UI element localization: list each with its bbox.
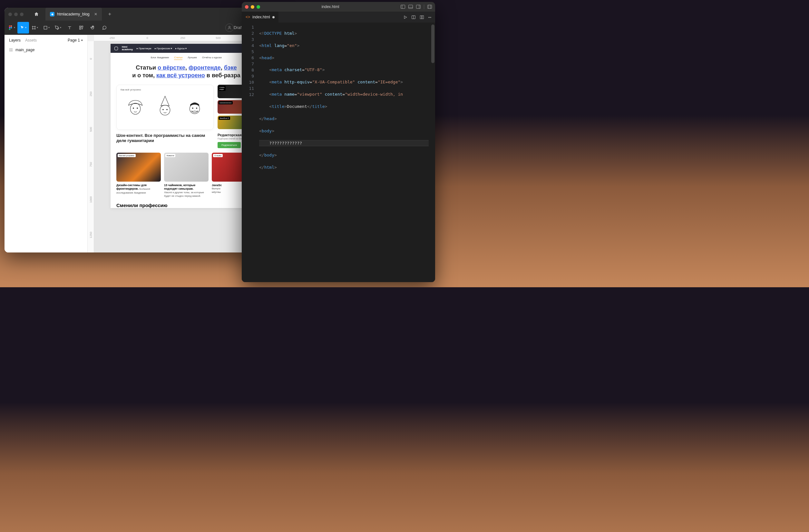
svg-marker-28 [404,16,407,19]
code-line: <body> [259,128,435,134]
left-panel-tabs: Layers Assets Page 1 ▾ [4,35,87,46]
vscode-titlebar: index.html [242,2,435,12]
traffic-close-icon[interactable] [8,13,12,16]
code-line: </html> [259,164,435,171]
svg-rect-25 [428,5,432,9]
move-tool[interactable]: ▾ [17,22,29,34]
svg-point-9 [229,26,230,28]
svg-rect-6 [80,26,81,27]
frame-tool[interactable]: ▾ [29,22,40,34]
card-chip: Новости [165,154,175,157]
ruler-tick: 0 [130,35,165,41]
rectangle-icon [43,25,48,30]
frame-icon [32,25,36,30]
article-card: Новости 13 чайников, которые подходят си… [164,153,208,198]
figma-titlebar: ◆ htmlacademy_blog ✕ + [4,8,278,21]
chevron-down-icon: ▾ [60,26,61,29]
design-frame[interactable]: html academy ▸ Практикум ▸ Профессии ▾ ▸… [110,44,262,208]
main-menu-button[interactable]: ▾ [6,22,17,34]
svg-point-11 [133,108,134,108]
comment-tool[interactable] [99,22,110,34]
traffic-close-icon[interactable] [245,5,248,9]
pen-tool[interactable]: ▾ [52,22,64,34]
more-icon[interactable]: ⋯ [428,14,431,20]
subnav-item: Лучшее [188,56,197,60]
panel-left-icon[interactable] [401,5,405,9]
traffic-min-icon[interactable] [251,5,254,9]
tab-assets[interactable]: Assets [25,38,37,42]
svg-point-3 [11,27,12,28]
chevron-down-icon: ▾ [37,26,38,29]
split-preview-icon[interactable] [411,15,416,19]
nav-item: ▸ Профессии ▾ [155,47,172,50]
layer-item[interactable]: main_page [4,46,87,54]
big-title: Шок-контент. Все программисты на самом д… [116,133,214,148]
article-card: Как всё устроено Дизайн-системы для фрон… [116,153,161,198]
ruler-tick: 500 [201,35,236,41]
traffic-max-icon[interactable] [20,13,23,16]
text-tool[interactable] [64,22,75,34]
file-tab[interactable]: ◆ htmlacademy_blog ✕ [46,8,102,21]
page-selector-label: Page 1 [68,38,80,42]
svg-rect-5 [44,26,47,29]
pen-icon [55,25,59,30]
card-chip: Отзывы [213,154,223,157]
shape-tool[interactable]: ▾ [40,22,52,34]
traffic-max-icon[interactable] [257,5,260,9]
window-title: index.html [260,4,401,9]
panel-bottom-icon[interactable] [408,5,413,9]
window-traffic-lights[interactable] [8,13,23,16]
editor-tab[interactable]: <> index.html [242,12,279,22]
svg-point-4 [9,28,11,30]
code-editor[interactable]: 1 2 3 4 5 6 7 8 9 10 11 12 <!DOCTYPE htm… [242,22,435,282]
cards-row: Как всё устроено Дизайн-системы для фрон… [110,150,262,200]
scrollbar-thumb[interactable] [431,24,434,63]
design-topnav: ▸ Практикум ▸ Профессии ▾ ▸ Курсы ▾ [137,47,187,50]
svg-point-0 [9,25,11,27]
panel-right-icon[interactable] [416,5,420,9]
feature-card: Как всё устроено [116,85,214,130]
svg-point-18 [196,108,197,108]
line-number: 3 [242,37,254,43]
svg-rect-32 [422,16,424,19]
card-thumb: Новости [164,153,208,182]
svg-rect-23 [416,5,420,9]
page-selector[interactable]: Page 1 ▾ [68,38,83,42]
subnav-item-active: Статьи [174,56,183,60]
svg-point-2 [9,27,11,28]
new-tab-button[interactable]: + [104,11,115,17]
chevron-down-icon: ▾ [81,39,83,42]
line-number: 1 [242,24,254,31]
unsaved-dot-icon [272,16,275,18]
code-line: </head> [259,116,435,122]
close-icon[interactable]: ✕ [92,12,97,16]
window-traffic-lights[interactable] [245,5,260,9]
line-number: 5 [242,49,254,55]
home-tab[interactable] [30,8,43,21]
svg-point-1 [11,25,12,27]
card-sub: Xiaomi и другие топы, за которые будет н… [164,191,208,198]
code-line-active: ????????????? [259,140,429,146]
user-avatar[interactable] [225,23,234,32]
feature-row: Как всё устроено стиль кода пхпхпхпхпхпх… [110,85,262,130]
scrollbar[interactable] [431,24,434,234]
layout-icon[interactable] [427,5,432,9]
run-icon[interactable] [403,15,408,19]
design-subnav: Блог Академии Статьи Лучшее Отчёты о кур… [110,53,262,62]
traffic-min-icon[interactable] [14,13,18,16]
subnav-item: Отчёты о курсах [202,56,222,60]
side-badge: стиль кода [219,86,226,91]
side-badge: JavaScot 2 [219,117,230,120]
line-gutter: 1 2 3 4 5 6 7 8 9 10 11 12 [242,22,257,282]
card-title: 13 чайников, которые подходят синьорам. [164,183,208,191]
nav-item: ▸ Практикум [137,47,151,50]
code-content[interactable]: <!DOCTYPE html> <html lang="en"> <head> … [257,22,435,282]
svg-point-13 [160,105,170,115]
code-line: <meta name="viewport" content="width=dev… [259,91,435,97]
tab-layers[interactable]: Layers [9,38,21,42]
left-panel: Layers Assets Page 1 ▾ main_page [4,35,88,252]
hand-tool[interactable] [87,22,99,34]
comment-icon [102,25,107,30]
resources-tool[interactable] [75,22,87,34]
split-editor-icon[interactable] [420,15,424,19]
